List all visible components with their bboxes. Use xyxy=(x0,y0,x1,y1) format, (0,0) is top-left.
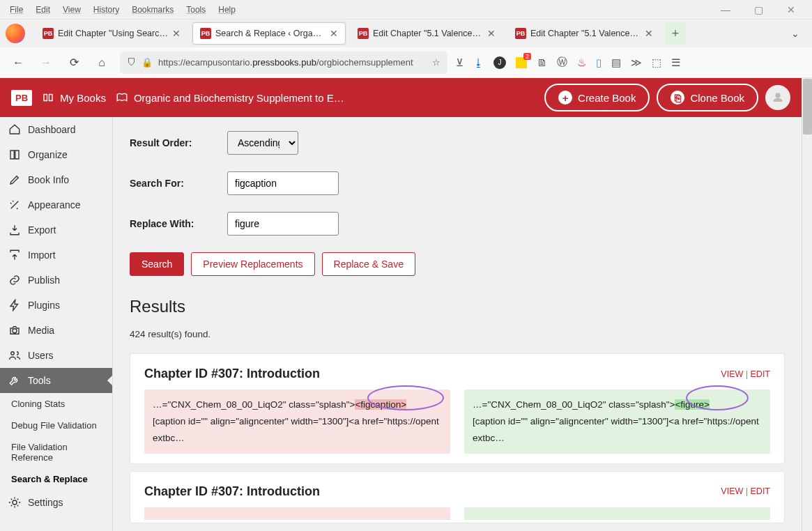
browser-toolbar: ← → ⟳ ⌂ ⛉ 🔒 https://ecampusontario.press… xyxy=(0,47,812,78)
tab-title: Edit Chapter "5.1 Valence Bond xyxy=(373,29,483,38)
result-view-link[interactable]: VIEW xyxy=(721,486,743,496)
plus-icon: + xyxy=(558,91,572,105)
sidebar-sub-debug-file-validation[interactable]: Debug File Validation xyxy=(0,415,112,436)
window-close[interactable]: ✕ xyxy=(781,1,801,18)
pressbooks-favicon: PB xyxy=(200,28,211,39)
sidebar-item-label: Organize xyxy=(28,149,68,160)
replace-with-input[interactable] xyxy=(227,212,339,236)
results-count: 424 result(s) found. xyxy=(130,329,785,339)
close-icon[interactable]: ✕ xyxy=(330,28,338,39)
extension-icon[interactable]: Ⓦ xyxy=(557,56,567,69)
result-edit-link[interactable]: EDIT xyxy=(751,486,770,496)
search-button[interactable]: Search xyxy=(130,252,184,276)
menu-bookmarks[interactable]: Bookmarks xyxy=(126,2,179,17)
result-edit-link[interactable]: EDIT xyxy=(751,369,770,379)
result-view-link[interactable]: VIEW xyxy=(721,369,743,379)
reload-button[interactable]: ⟳ xyxy=(64,53,84,72)
sidebar-item-tools[interactable]: Tools xyxy=(0,368,112,393)
sidebar-item-label: Publish xyxy=(28,275,60,286)
back-button[interactable]: ← xyxy=(8,53,28,72)
preview-button[interactable]: Preview Replacements xyxy=(191,252,314,276)
close-icon[interactable]: ✕ xyxy=(487,28,496,39)
menu-edit[interactable]: Edit xyxy=(30,2,56,17)
scrollbar[interactable] xyxy=(802,78,812,531)
menu-tools[interactable]: Tools xyxy=(181,2,211,17)
browser-tab[interactable]: PB Edit Chapter "5.1 Valence Bond ✕ xyxy=(507,22,661,45)
result-title: Chapter ID #307: Introduction xyxy=(144,367,320,381)
pocket-icon[interactable]: ⊻ xyxy=(456,56,464,69)
lock-icon[interactable]: 🔒 xyxy=(141,57,153,68)
close-icon[interactable]: ✕ xyxy=(172,28,181,39)
book-title: Organic and Biochemistry Supplement to E… xyxy=(134,92,344,104)
extension-icon[interactable]: ▯ xyxy=(596,56,602,69)
sidebar-item-book-info[interactable]: Book Info xyxy=(0,167,112,192)
sidebar-sub-file-validation-reference[interactable]: File Validation Reference xyxy=(0,436,112,468)
sidebar-item-media[interactable]: Media xyxy=(0,318,112,343)
tab-title: Edit Chapter "Using Search & R… xyxy=(58,29,168,38)
sidebar-item-label: Media xyxy=(28,325,54,336)
mybooks-link[interactable]: My Books xyxy=(42,91,106,104)
sidebar-sub-cloning-stats[interactable]: Cloning Stats xyxy=(0,393,112,415)
sidebar-item-plugins[interactable]: Plugins xyxy=(0,293,112,318)
search-for-input[interactable] xyxy=(227,171,339,195)
star-icon[interactable]: ☆ xyxy=(432,57,441,68)
overflow-icon[interactable]: ≫ xyxy=(631,56,642,69)
menu-file[interactable]: File xyxy=(4,2,29,17)
pressbooks-favicon: PB xyxy=(43,28,54,39)
close-icon[interactable]: ✕ xyxy=(645,28,653,39)
svg-point-0 xyxy=(776,93,780,98)
firefox-icon[interactable] xyxy=(6,24,25,43)
sidebar-item-organize[interactable]: Organize xyxy=(0,142,112,167)
browser-tab[interactable]: PB Search & Replace ‹ Organic and ✕ xyxy=(192,22,346,45)
replace-with-label: Replace With: xyxy=(130,218,227,229)
home-button[interactable]: ⌂ xyxy=(92,53,112,72)
highlight-removed: <figcaption> xyxy=(355,399,406,410)
book-title-link[interactable]: Organic and Biochemistry Supplement to E… xyxy=(116,91,344,104)
result-card: Chapter ID #307: Introduction VIEW | EDI… xyxy=(130,471,785,523)
diff-removed xyxy=(144,507,450,520)
download-icon[interactable]: ⭳ xyxy=(473,56,484,68)
menu-view[interactable]: View xyxy=(57,2,86,17)
scrollbar-thumb[interactable] xyxy=(803,79,812,134)
extension-icon[interactable]: ♨ xyxy=(577,56,586,69)
clone-book-button[interactable]: ⎘ Clone Book xyxy=(657,84,758,111)
replace-save-button[interactable]: Replace & Save xyxy=(322,252,415,276)
result-order-select[interactable]: Ascending xyxy=(227,131,298,155)
app-header: PB My Books Organic and Biochemistry Sup… xyxy=(0,78,802,117)
menu-help[interactable]: Help xyxy=(213,2,241,17)
sidebar-item-export[interactable]: Export xyxy=(0,217,112,243)
hamburger-icon[interactable]: ☰ xyxy=(671,56,680,69)
highlight-added: <figure> xyxy=(675,399,710,410)
create-book-button[interactable]: + Create Book xyxy=(544,84,650,111)
result-order-label: Result Order: xyxy=(130,137,227,148)
sidebar-item-publish[interactable]: Publish xyxy=(0,268,112,293)
sidebar-sub-search-&-replace[interactable]: Search & Replace xyxy=(0,468,112,490)
sidebar-item-appearance[interactable]: Appearance xyxy=(0,192,112,217)
main-content: Result Order: Ascending Search For: Repl… xyxy=(113,117,802,531)
pressbooks-favicon: PB xyxy=(358,28,369,39)
window-minimize[interactable]: ― xyxy=(715,1,736,18)
shield-icon[interactable]: ⛉ xyxy=(127,57,136,68)
tabs-overflow-icon[interactable]: ⌄ xyxy=(784,28,806,39)
browser-tab[interactable]: PB Edit Chapter "5.1 Valence Bond ✕ xyxy=(350,22,503,45)
browser-tab[interactable]: PB Edit Chapter "Using Search & R… ✕ xyxy=(35,22,188,45)
extension-icon[interactable]: 🗎 xyxy=(537,56,547,68)
sidebar-item-label: Import xyxy=(28,249,56,261)
address-bar[interactable]: ⛉ 🔒 https://ecampusontario.pressbooks.pu… xyxy=(120,52,447,74)
avatar[interactable] xyxy=(765,85,790,110)
window-maximize[interactable]: ▢ xyxy=(749,1,769,18)
sidebar-item-settings[interactable]: Settings xyxy=(0,490,112,515)
sidebar-item-label: Plugins xyxy=(28,300,60,311)
extension-icon[interactable] xyxy=(516,57,527,68)
pressbooks-logo[interactable]: PB xyxy=(11,90,32,106)
separator: | xyxy=(746,486,751,496)
menu-history[interactable]: History xyxy=(88,2,125,17)
extension-icon[interactable]: J xyxy=(493,56,506,69)
sidebar-item-dashboard[interactable]: Dashboard xyxy=(0,117,112,142)
sidebar-item-users[interactable]: Users xyxy=(0,343,112,368)
create-book-label: Create Book xyxy=(578,92,636,104)
new-tab-button[interactable]: + xyxy=(665,22,686,45)
sidebar-item-import[interactable]: Import xyxy=(0,243,112,268)
extension-icon[interactable]: ⬚ xyxy=(652,56,661,69)
extension-icon[interactable]: ▤ xyxy=(611,56,621,69)
